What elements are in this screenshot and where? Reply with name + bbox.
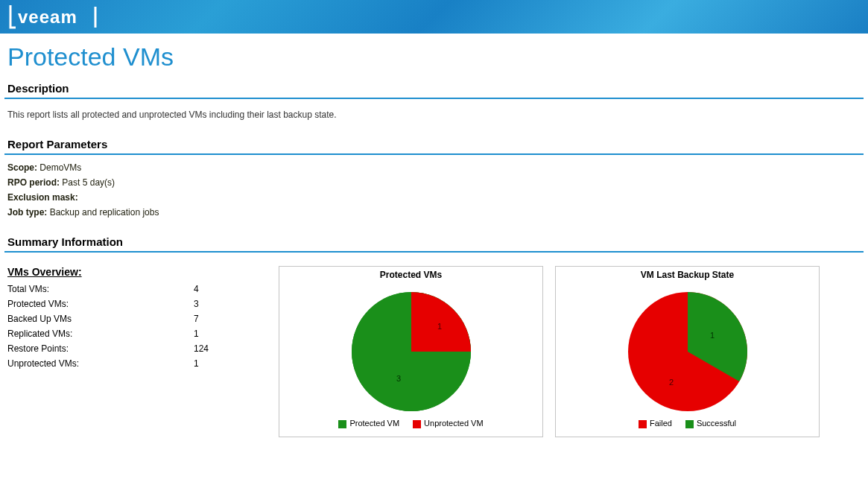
exclusion-mask-label: Exclusion mask: — [7, 192, 78, 203]
svg-text:veeam: veeam — [18, 7, 77, 27]
slice-label: 3 — [396, 374, 401, 383]
overview-value: 124 — [194, 343, 209, 354]
swatch-icon — [413, 420, 421, 428]
description-text: This report lists all protected and unpr… — [0, 107, 868, 135]
overview-label: Backed Up VMs — [7, 314, 194, 324]
jobtype-label: Job type: — [7, 207, 47, 218]
overview-label: Restore Points: — [7, 343, 194, 354]
overview-value: 1 — [194, 358, 199, 369]
overview-row: Unprotected VMs: 1 — [7, 358, 267, 369]
overview-row: Replicated VMs: 1 — [7, 329, 267, 339]
overview-value: 1 — [194, 329, 199, 339]
overview-value: 3 — [194, 299, 199, 309]
vms-overview: VMs Overview: Total VMs: 4 Protected VMs… — [6, 266, 267, 437]
rpo-value: Past 5 day(s) — [62, 177, 115, 188]
jobtype-value: Backup and replication jobs — [50, 207, 159, 218]
chart-legend: Protected VM Unprotected VM — [338, 419, 483, 428]
protected-vms-chart: Protected VMs 1 3 Protected VM Unprotect… — [279, 266, 543, 437]
description-heading: Description — [0, 79, 868, 95]
page-title: Protected VMs — [0, 34, 868, 79]
divider — [4, 153, 864, 155]
overview-row: Total VMs: 4 — [7, 284, 267, 294]
legend-item: Unprotected VM — [413, 419, 483, 428]
last-backup-state-chart: VM Last Backup State 1 2 Failed Successf… — [555, 266, 820, 437]
pie-chart-protected: 1 3 — [337, 283, 486, 416]
scope-label: Scope: — [7, 162, 37, 173]
scope-value: DemoVMs — [39, 162, 81, 173]
legend-label: Failed — [650, 419, 672, 428]
legend-item: Successful — [685, 419, 736, 428]
summary-row: VMs Overview: Total VMs: 4 Protected VMs… — [0, 260, 868, 443]
legend-label: Unprotected VM — [424, 419, 483, 428]
overview-label: Unprotected VMs: — [7, 358, 194, 369]
overview-title: VMs Overview: — [7, 266, 267, 278]
summary-heading: Summary Information — [0, 232, 868, 248]
overview-value: 7 — [194, 314, 199, 324]
pie-chart-backup: 1 2 — [613, 283, 762, 416]
overview-label: Replicated VMs: — [7, 329, 194, 339]
overview-row: Protected VMs: 3 — [7, 299, 267, 309]
swatch-icon — [338, 420, 346, 428]
report-parameters: Scope: DemoVMs RPO period: Past 5 day(s)… — [0, 162, 868, 232]
legend-label: Protected VM — [349, 419, 399, 428]
slice-label: 1 — [437, 322, 442, 331]
chart-title: VM Last Backup State — [641, 270, 734, 280]
slice-label: 2 — [669, 378, 674, 387]
legend-item: Protected VM — [338, 419, 399, 428]
legend-label: Successful — [697, 419, 736, 428]
overview-row: Restore Points: 124 — [7, 343, 267, 354]
veeam-logo: veeam — [7, 4, 127, 31]
chart-legend: Failed Successful — [639, 419, 736, 428]
swatch-icon — [639, 420, 647, 428]
parameters-heading: Report Parameters — [0, 135, 868, 150]
swatch-icon — [685, 420, 694, 428]
divider — [4, 98, 864, 99]
rpo-label: RPO period: — [7, 177, 60, 188]
slice-label: 1 — [710, 331, 715, 340]
chart-title: Protected VMs — [380, 270, 442, 280]
overview-label: Total VMs: — [7, 284, 194, 294]
overview-value: 4 — [194, 284, 199, 294]
header-banner: veeam — [0, 0, 868, 34]
legend-item: Failed — [639, 419, 672, 428]
overview-label: Protected VMs: — [7, 299, 194, 309]
divider — [4, 251, 864, 253]
overview-row: Backed Up VMs 7 — [7, 314, 267, 324]
